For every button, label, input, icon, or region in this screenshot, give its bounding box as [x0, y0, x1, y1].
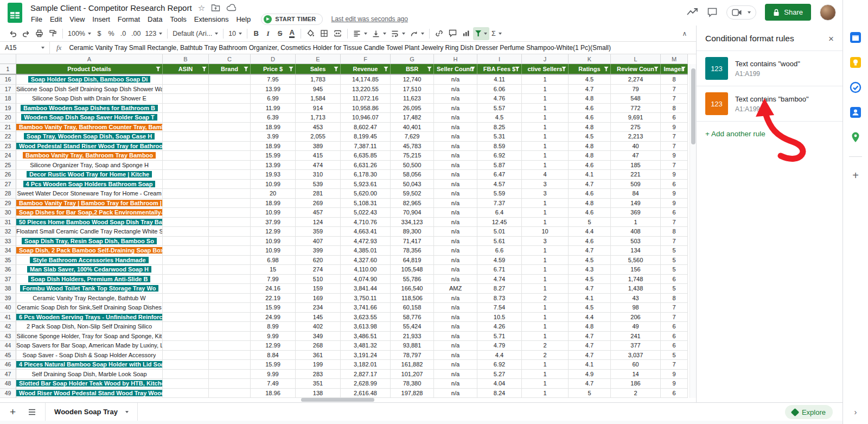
cell[interactable]: 7 — [661, 94, 688, 104]
cell[interactable]: 47 — [611, 151, 661, 161]
cell-product[interactable]: Decor Rustic Wood Tray for Home | Kitche — [16, 170, 163, 180]
cell-asin[interactable] — [163, 360, 209, 370]
cell[interactable]: 5 — [661, 284, 688, 294]
cell[interactable]: 18.99 — [251, 142, 296, 151]
cell[interactable]: AMZ — [434, 284, 477, 294]
cell[interactable]: 334,123 — [391, 218, 434, 227]
cell[interactable]: 5,923.61 — [341, 180, 391, 189]
cell[interactable]: 1 — [522, 303, 569, 313]
cell[interactable]: 8 — [661, 227, 688, 237]
cell[interactable]: 79 — [611, 85, 661, 94]
row-number[interactable]: 45 — [0, 351, 16, 360]
cell[interactable]: 5.87 — [477, 161, 522, 170]
menu-file[interactable]: File — [27, 14, 46, 24]
cell[interactable]: 269 — [296, 199, 341, 208]
cell[interactable]: 18.96 — [251, 389, 296, 398]
cell-product[interactable]: 50 Pieces Home Bamboo Wood Soap Dish Tra… — [16, 218, 163, 227]
cell[interactable]: 1 — [522, 113, 569, 123]
cell-asin[interactable] — [163, 94, 209, 104]
cell[interactable]: 166,540 — [391, 284, 434, 294]
cell[interactable]: 6,178.30 — [341, 170, 391, 180]
cell[interactable]: n/a — [434, 75, 477, 85]
cell-asin[interactable] — [163, 237, 209, 246]
cell-asin[interactable] — [163, 256, 209, 265]
italic-button[interactable]: I — [262, 27, 274, 40]
start-timer-button[interactable]: START TIMER — [261, 14, 322, 25]
cell[interactable]: 234 — [296, 303, 341, 313]
cell[interactable]: 1 — [522, 275, 569, 284]
cell-asin[interactable] — [163, 227, 209, 237]
cell[interactable]: 4.4 — [477, 351, 522, 360]
cell[interactable]: 3,037 — [611, 351, 661, 360]
cell[interactable]: 55,786 — [391, 275, 434, 284]
cell[interactable]: 5 — [569, 218, 611, 227]
menu-insert[interactable]: Insert — [88, 14, 114, 24]
cell-product[interactable]: Bamboo Vanity Tray, Bathroom Tray Bamboo — [16, 151, 163, 161]
cell[interactable]: 12.45 — [477, 218, 522, 227]
cell[interactable]: n/a — [434, 313, 477, 322]
cell[interactable]: 60,158 — [391, 303, 434, 313]
column-header-E[interactable]: E — [296, 54, 341, 64]
cell-product[interactable]: Wooden Soap Dish Soap Saver Holder Soap … — [16, 113, 163, 123]
cell-product[interactable]: Silicone Soap Dish with Drain for Shower… — [16, 94, 163, 104]
cell[interactable]: n/a — [434, 246, 477, 256]
cell[interactable]: 4.1 — [569, 170, 611, 180]
cell[interactable]: 22.19 — [251, 294, 296, 303]
cell[interactable]: 3,623.55 — [341, 313, 391, 322]
cell[interactable]: 10.99 — [251, 237, 296, 246]
cell[interactable]: 1 — [522, 75, 569, 85]
tasks-icon[interactable] — [850, 81, 861, 93]
cell[interactable]: 4.6 — [569, 237, 611, 246]
cell[interactable]: 4.6 — [569, 113, 611, 123]
cell[interactable]: 9 — [661, 189, 688, 199]
cell-brand[interactable] — [209, 379, 251, 389]
cell[interactable]: 4.4 — [569, 227, 611, 237]
column-header-C[interactable]: C — [209, 54, 251, 64]
cell-product[interactable]: Soap Dish Tray, Resin Soap Dish, Bamboo … — [16, 237, 163, 246]
filter-button[interactable] — [473, 27, 489, 40]
cell[interactable]: 281 — [296, 189, 341, 199]
cell-product[interactable]: Soap Dishes for Bar Soap,2 Pack Environm… — [16, 208, 163, 218]
cell[interactable]: 50,043 — [391, 180, 434, 189]
cell[interactable]: 206 — [611, 313, 661, 322]
star-icon[interactable]: ☆ — [198, 4, 205, 12]
cell[interactable]: 145 — [296, 313, 341, 322]
cell[interactable]: 3 — [522, 189, 569, 199]
cell[interactable]: n/a — [434, 294, 477, 303]
filter-icon[interactable] — [515, 67, 520, 72]
cell-asin[interactable] — [163, 180, 209, 189]
row-number[interactable]: 26 — [0, 170, 16, 180]
row-number[interactable]: 43 — [0, 332, 16, 341]
cell[interactable]: 7 — [661, 161, 688, 170]
cell[interactable]: 37.99 — [251, 218, 296, 227]
cell[interactable]: 1 — [522, 94, 569, 104]
cell[interactable]: 49 — [611, 322, 661, 332]
header-F[interactable]: Revenue — [341, 64, 391, 74]
cell[interactable]: 310 — [296, 170, 341, 180]
cell[interactable]: 402 — [296, 322, 341, 332]
cell[interactable]: 6 — [661, 332, 688, 341]
cell[interactable]: 1 — [611, 218, 661, 227]
cell[interactable]: 26,095 — [391, 104, 434, 113]
cell[interactable]: 4.5 — [569, 303, 611, 313]
cell[interactable]: 3,613.98 — [341, 322, 391, 332]
cell-asin[interactable] — [163, 370, 209, 379]
cell[interactable]: n/a — [434, 113, 477, 123]
cell[interactable]: 98 — [611, 303, 661, 313]
cell[interactable]: 1,584 — [296, 94, 341, 104]
cell-asin[interactable] — [163, 151, 209, 161]
cell[interactable]: 10,946.07 — [341, 113, 391, 123]
horizontal-scrollbar-thumb[interactable] — [301, 398, 374, 402]
cell[interactable]: 58,056 — [391, 170, 434, 180]
cell[interactable]: 3,481.32 — [341, 341, 391, 351]
cell-brand[interactable] — [209, 85, 251, 94]
cell[interactable]: 15.99 — [251, 151, 296, 161]
text-rotation-button[interactable] — [407, 27, 426, 40]
cell[interactable]: 4.04 — [477, 379, 522, 389]
column-header-L[interactable]: L — [611, 54, 661, 64]
filter-icon[interactable] — [202, 67, 207, 72]
cell[interactable]: 78,797 — [391, 351, 434, 360]
cell[interactable]: 14,174.85 — [341, 75, 391, 85]
cell[interactable]: 9 — [661, 123, 688, 132]
cell[interactable]: 5 — [661, 256, 688, 265]
